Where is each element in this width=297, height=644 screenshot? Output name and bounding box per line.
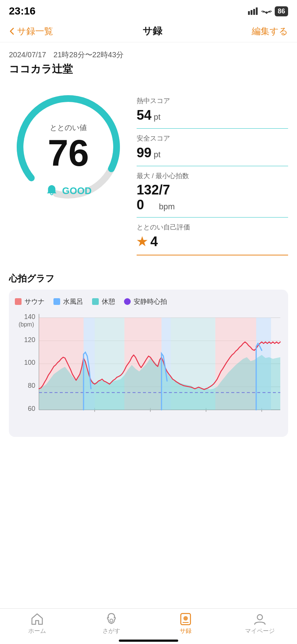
legend-row: サウナ 水風呂 休憩 安静時心拍 bbox=[15, 297, 282, 306]
legend-sauna-label: サウナ bbox=[25, 297, 45, 306]
tab-mypage[interactable]: マイページ bbox=[241, 612, 278, 635]
status-bar: 23:16 86 bbox=[0, 0, 297, 20]
tab-search[interactable]: さがす bbox=[93, 612, 130, 635]
status-icons: 86 bbox=[248, 6, 288, 16]
back-label: サ録一覧 bbox=[17, 25, 53, 37]
circle-gauge: ととのい値 76 GOOD bbox=[9, 87, 128, 206]
legend-cold-dot bbox=[53, 298, 60, 305]
svg-point-35 bbox=[183, 616, 188, 621]
stat-eval-number: 4 bbox=[150, 234, 158, 249]
legend-sauna: サウナ bbox=[15, 297, 45, 306]
stat-hr-label: 最大 / 最小心拍数 bbox=[137, 171, 288, 180]
stat-safety-score: 安全スコア 99 pt bbox=[137, 129, 288, 166]
stat-safety-value: 99 pt bbox=[137, 145, 288, 161]
stat-heat-number: 54 bbox=[137, 107, 151, 123]
svg-point-33 bbox=[110, 619, 113, 622]
graph-title: 心拍グラフ bbox=[9, 273, 288, 284]
stat-eval-value: ★ 4 bbox=[137, 234, 288, 249]
main-score-section: ととのい値 76 GOOD 熱中スコア 54 pt 安全スコア bbox=[0, 80, 297, 263]
tab-sarok[interactable]: サ録 bbox=[167, 612, 204, 635]
session-date: 2024/07/17 21時28分〜22時43分 bbox=[9, 50, 288, 60]
legend-cold-bath: 水風呂 bbox=[53, 297, 83, 306]
chevron-left-icon bbox=[9, 27, 15, 36]
svg-text:140: 140 bbox=[24, 313, 35, 321]
stat-eval-label: ととのい自己評価 bbox=[137, 223, 288, 232]
stat-safety-unit: pt bbox=[154, 150, 160, 160]
legend-cold-label: 水風呂 bbox=[63, 297, 83, 306]
status-time: 23:16 bbox=[9, 5, 36, 17]
stats-panel: 熱中スコア 54 pt 安全スコア 99 pt 最大 / 最小心拍数 132/7… bbox=[137, 87, 288, 255]
svg-text:120: 120 bbox=[24, 335, 35, 343]
wifi-icon bbox=[261, 7, 272, 15]
svg-rect-2 bbox=[253, 9, 255, 15]
chart-svg: 140 120 100 80 60 (bpm) bbox=[15, 312, 282, 431]
legend-resting-hr: 安静時心拍 bbox=[124, 297, 167, 306]
svg-text:(bpm): (bpm) bbox=[19, 321, 34, 328]
mypage-icon bbox=[253, 612, 267, 626]
legend-resting-label: 安静時心拍 bbox=[134, 297, 167, 306]
stat-heat-value: 54 pt bbox=[137, 107, 288, 123]
circle-label: ととのい値 bbox=[48, 123, 89, 133]
graph-section: 心拍グラフ サウナ 水風呂 休憩 安静時心拍 bbox=[0, 267, 297, 443]
svg-point-36 bbox=[257, 615, 262, 620]
good-label: GOOD bbox=[62, 185, 91, 197]
svg-rect-3 bbox=[256, 7, 258, 15]
svg-text:100: 100 bbox=[24, 358, 35, 366]
legend-rest: 休憩 bbox=[92, 297, 115, 306]
good-badge: GOOD bbox=[45, 184, 91, 197]
stat-heat-unit: pt bbox=[154, 112, 160, 122]
sarok-icon bbox=[179, 612, 192, 626]
nav-bar: サ録一覧 サ録 編集する bbox=[0, 20, 297, 42]
edit-button[interactable]: 編集する bbox=[252, 25, 288, 37]
tab-search-label: さがす bbox=[102, 627, 120, 635]
graph-container: サウナ 水風呂 休憩 安静時心拍 140 120 100 80 bbox=[9, 290, 288, 437]
search-flame-icon bbox=[105, 612, 118, 626]
svg-text:80: 80 bbox=[28, 381, 35, 389]
stat-heat-score: 熱中スコア 54 pt bbox=[137, 91, 288, 129]
bottom-spacer bbox=[0, 443, 297, 487]
stat-self-eval: ととのい自己評価 ★ 4 bbox=[137, 218, 288, 255]
legend-resting-dot bbox=[124, 298, 131, 305]
tab-home[interactable]: ホーム bbox=[19, 612, 56, 635]
stat-heat-label: 熱中スコア bbox=[137, 96, 288, 105]
back-button[interactable]: サ録一覧 bbox=[9, 25, 53, 37]
star-icon: ★ bbox=[137, 235, 147, 249]
svg-rect-1 bbox=[251, 10, 252, 15]
circle-value: 76 bbox=[48, 134, 89, 171]
legend-rest-label: 休憩 bbox=[102, 297, 115, 306]
svg-rect-0 bbox=[248, 11, 250, 15]
tab-home-label: ホーム bbox=[28, 627, 46, 635]
home-indicator bbox=[119, 640, 178, 642]
header-info: 2024/07/17 21時28分〜22時43分 ココカラ辻堂 bbox=[0, 42, 297, 80]
svg-text:60: 60 bbox=[28, 405, 35, 412]
tab-sarok-label: サ録 bbox=[180, 627, 192, 635]
stat-hr-value: 132/70bpm bbox=[137, 183, 288, 212]
signal-icon bbox=[248, 7, 258, 15]
page-title: サ録 bbox=[143, 25, 162, 38]
stat-heart-rate: 最大 / 最小心拍数 132/70bpm bbox=[137, 166, 288, 218]
battery-indicator: 86 bbox=[275, 6, 288, 16]
heart-rate-chart: 140 120 100 80 60 (bpm) bbox=[15, 312, 282, 431]
home-icon bbox=[30, 612, 44, 626]
stat-safety-label: 安全スコア bbox=[137, 134, 288, 143]
legend-sauna-dot bbox=[15, 298, 22, 305]
tab-mypage-label: マイページ bbox=[245, 627, 275, 635]
session-location: ココカラ辻堂 bbox=[9, 62, 288, 76]
bell-icon bbox=[45, 184, 58, 197]
tab-bar: ホーム さがす サ録 マイページ bbox=[0, 608, 297, 644]
circle-inner: ととのい値 76 bbox=[48, 123, 89, 171]
svg-point-6 bbox=[50, 185, 53, 187]
legend-rest-dot bbox=[92, 298, 99, 305]
